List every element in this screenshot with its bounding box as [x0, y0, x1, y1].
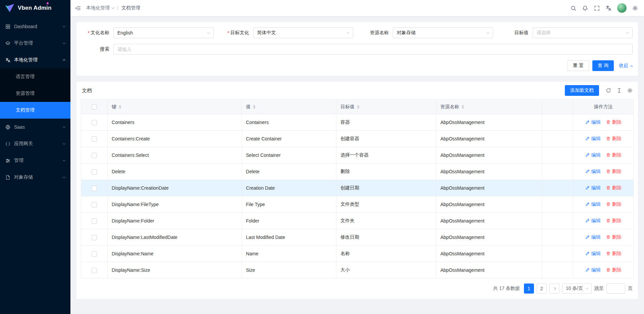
- select-all-checkbox[interactable]: [92, 104, 97, 110]
- query-button[interactable]: 查 询: [592, 60, 614, 71]
- delete-button[interactable]: 删除: [606, 136, 622, 142]
- reset-button[interactable]: 重 置: [568, 60, 589, 71]
- sidebar-subitem[interactable]: 语言管理: [0, 68, 70, 85]
- sidebar-item[interactable]: 平台管理: [0, 35, 70, 52]
- table-row[interactable]: DisplayName:CreationDate Creation Date 创…: [81, 180, 634, 196]
- notifications-button[interactable]: [580, 3, 591, 14]
- cell-target: 删除: [336, 164, 436, 180]
- filter-select[interactable]: 简体中文: [253, 27, 354, 38]
- cell-target: 容器: [336, 114, 436, 131]
- edit-button[interactable]: 编辑: [585, 201, 601, 207]
- edit-button[interactable]: 编辑: [585, 218, 601, 224]
- row-checkbox[interactable]: [92, 186, 97, 191]
- sidebar-item-label: 本地化管理: [14, 57, 59, 63]
- sort-toggle-icon[interactable]: [253, 105, 256, 109]
- page-button[interactable]: 2: [537, 284, 547, 294]
- sidebar-subitem[interactable]: 资源管理: [0, 85, 70, 102]
- delete-button[interactable]: 删除: [606, 152, 622, 158]
- row-checkbox[interactable]: [92, 153, 97, 158]
- logo[interactable]: Vben Admin: [0, 0, 70, 16]
- refresh-button[interactable]: [606, 88, 611, 93]
- delete-button[interactable]: 删除: [606, 218, 622, 224]
- search-input[interactable]: [113, 44, 633, 55]
- toolbar-right: 添加新文档: [565, 85, 633, 96]
- page-size-select[interactable]: 10 条/页: [562, 284, 592, 294]
- sidebar-subitem[interactable]: 文档管理: [0, 102, 70, 119]
- filter-select[interactable]: 对象存储: [393, 27, 493, 38]
- sidebar-item[interactable]: Saas: [0, 119, 70, 135]
- delete-icon: [606, 218, 610, 223]
- column-header[interactable]: 值: [242, 100, 336, 114]
- table-row[interactable]: Delete Delete 删除 AbpOssManagement 编辑删除: [81, 164, 634, 180]
- edit-button[interactable]: 编辑: [585, 169, 601, 175]
- edit-button[interactable]: 编辑: [585, 136, 601, 142]
- row-checkbox[interactable]: [92, 218, 97, 224]
- table-row[interactable]: Containers:Select Select Container 选择一个容…: [81, 147, 634, 164]
- row-checkbox[interactable]: [92, 120, 97, 125]
- row-checkbox[interactable]: [92, 235, 97, 240]
- column-header[interactable]: 键: [108, 100, 242, 114]
- sidebar-subitem-label: 资源管理: [16, 90, 35, 97]
- edit-button[interactable]: 编辑: [585, 234, 601, 240]
- sidebar-item[interactable]: Dashboard: [0, 18, 70, 35]
- edit-button[interactable]: 编辑: [585, 251, 601, 257]
- sidebar-item[interactable]: 本地化管理: [0, 52, 70, 68]
- jump-page-input[interactable]: [606, 284, 625, 294]
- add-document-button[interactable]: 添加新文档: [565, 85, 599, 96]
- table-row[interactable]: Containers:Create Create Container 创建容器 …: [81, 131, 634, 147]
- row-checkbox[interactable]: [92, 202, 97, 207]
- locale-button[interactable]: [603, 3, 614, 14]
- sort-toggle-icon[interactable]: [119, 105, 121, 109]
- table-row[interactable]: DisplayName:Name Name 名称 AbpOssManagemen…: [81, 246, 634, 262]
- sidebar-item[interactable]: 对象存储: [0, 169, 70, 186]
- sort-toggle-icon[interactable]: [462, 105, 464, 109]
- fullscreen-button[interactable]: [591, 3, 602, 14]
- table-row[interactable]: DisplayName:Folder Folder 文件夹 AbpOssMana…: [81, 213, 634, 229]
- column-header[interactable]: 资源名称: [436, 100, 542, 114]
- sort-toggle-icon[interactable]: [357, 105, 360, 109]
- edit-button[interactable]: 编辑: [585, 267, 601, 273]
- edit-button[interactable]: 编辑: [585, 185, 601, 191]
- delete-button[interactable]: 删除: [606, 201, 622, 207]
- row-height-button[interactable]: [616, 88, 622, 93]
- delete-button[interactable]: 删除: [606, 234, 622, 240]
- filter-field-label: 目标值: [501, 30, 529, 36]
- cell-value: Create Container: [242, 131, 336, 147]
- cell-target: 创建日期: [336, 180, 436, 196]
- edit-button[interactable]: 编辑: [585, 119, 601, 125]
- table-row[interactable]: DisplayName:FileType File Type 文件类型 AbpO…: [81, 196, 634, 213]
- table-row[interactable]: DisplayName:LastModifiedDate Last Modifi…: [81, 229, 634, 246]
- search-button[interactable]: [568, 3, 579, 14]
- column-header[interactable]: 目标值: [336, 100, 436, 114]
- sidebar-item[interactable]: 管理: [0, 152, 70, 169]
- row-checkbox[interactable]: [92, 136, 97, 142]
- sidebar-item[interactable]: 应用网关: [0, 135, 70, 152]
- sidebar-item-label: 平台管理: [14, 40, 59, 46]
- delete-icon: [606, 235, 610, 239]
- filter-select[interactable]: English: [113, 27, 214, 38]
- row-checkbox[interactable]: [92, 251, 97, 257]
- delete-button[interactable]: 删除: [606, 251, 622, 257]
- table-row[interactable]: DisplayName:Size Size 大小 AbpOssManagemen…: [81, 262, 634, 278]
- next-page-button[interactable]: [549, 284, 559, 294]
- cell-resource: AbpOssManagement: [436, 180, 542, 196]
- delete-button[interactable]: 删除: [606, 267, 622, 273]
- menu-fold-button[interactable]: [72, 3, 84, 14]
- filter-actions: 重 置 查 询 收起: [82, 60, 633, 71]
- avatar[interactable]: [617, 3, 627, 13]
- row-checkbox[interactable]: [92, 169, 97, 175]
- settings-button[interactable]: [630, 3, 641, 14]
- edit-button[interactable]: 编辑: [585, 152, 601, 158]
- delete-button[interactable]: 删除: [606, 119, 622, 125]
- filter-field: *目标文化 简体中文: [222, 27, 354, 38]
- column-settings-button[interactable]: [627, 88, 633, 93]
- page-button[interactable]: 1: [524, 284, 534, 294]
- collapse-toggle[interactable]: 收起: [619, 63, 633, 69]
- delete-button[interactable]: 删除: [606, 169, 622, 175]
- breadcrumb-parent[interactable]: 本地化管理: [86, 5, 114, 11]
- row-checkbox[interactable]: [92, 268, 97, 273]
- table-row[interactable]: Containers Containers 容器 AbpOssManagemen…: [81, 114, 634, 131]
- gateway-icon: [5, 141, 10, 146]
- filter-select[interactable]: 请选择: [533, 27, 633, 38]
- delete-button[interactable]: 删除: [606, 185, 622, 191]
